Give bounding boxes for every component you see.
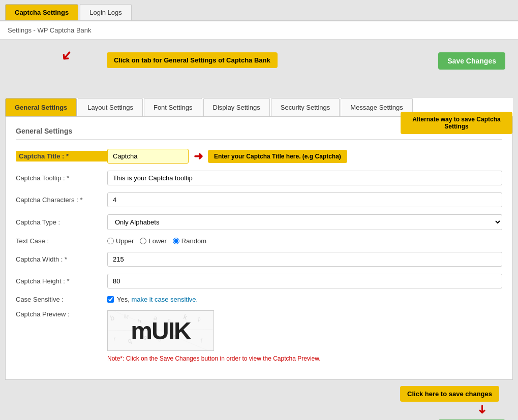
captcha-characters-row: Captcha Characters : * 4	[16, 192, 502, 207]
page-header: Settings - WP Captcha Bank	[0, 21, 518, 40]
svg-text:r: r	[113, 335, 116, 342]
captcha-height-label: Captcha Height : *	[16, 277, 107, 285]
captcha-characters-label: Captcha Characters : *	[16, 196, 107, 204]
captcha-height-input[interactable]: 80	[107, 274, 502, 288]
captcha-tooltip-row: Captcha Tooltip : * This is your Captcha…	[16, 171, 502, 185]
alt-save-tooltip: Alternate way to save Captcha Settings	[401, 112, 512, 134]
radio-lower-label: Lower	[148, 237, 166, 245]
tab-general-settings[interactable]: General Settings	[5, 98, 77, 116]
captcha-characters-input[interactable]: 4	[107, 192, 502, 207]
captcha-type-select[interactable]: Only Alphabets Only Numbers Alphanumeric	[107, 214, 502, 230]
tab-display-settings[interactable]: Display Settings	[203, 98, 270, 116]
captcha-title-label: Captcha Title : *	[16, 151, 107, 161]
case-sensitive-checkbox-row: Yes, make it case sensitive.	[107, 296, 198, 303]
case-sensitive-checkbox[interactable]	[107, 296, 114, 303]
save-changes-button-top[interactable]: Save Changes	[438, 52, 505, 70]
captcha-preview-label: Captcha Preview :	[16, 310, 107, 318]
case-sensitive-row: Case Sensitive : Yes, make it case sensi…	[16, 296, 502, 303]
captcha-width-input[interactable]: 215	[107, 252, 502, 267]
case-sensitive-link[interactable]: make it case sensitive.	[131, 296, 198, 303]
radio-random-input[interactable]	[173, 238, 179, 244]
radio-upper[interactable]: Upper	[107, 237, 134, 245]
radio-random[interactable]: Random	[173, 237, 206, 245]
radio-lower-input[interactable]	[140, 238, 146, 244]
text-case-radio-group: Upper Lower Random	[107, 237, 206, 245]
radio-random-label: Random	[181, 237, 206, 245]
svg-text:f: f	[200, 337, 203, 344]
case-sensitive-label: Case Sensitive :	[16, 296, 107, 303]
captcha-width-row: Captcha Width : * 215	[16, 252, 502, 267]
text-case-label: Text Case :	[16, 237, 107, 245]
captcha-preview-text: mUIK	[131, 317, 190, 345]
bottom-save-area: Click here to save changes ➜ Save Change…	[5, 380, 513, 420]
captcha-tooltip-label: Captcha Tooltip : *	[16, 174, 107, 182]
top-tooltip-balloon: Click on tab for General Settings of Cap…	[107, 52, 278, 68]
text-case-row: Text Case : Upper Lower Random	[16, 237, 502, 245]
top-tab-bar: Captcha Settings Login Logs	[0, 0, 518, 21]
captcha-height-row: Captcha Height : * 80	[16, 274, 502, 288]
case-sensitive-text: Yes, make it case sensitive.	[117, 296, 198, 303]
click-here-balloon: Click here to save changes	[400, 386, 499, 402]
tab-font-settings[interactable]: Font Settings	[144, 98, 202, 116]
radio-upper-label: Upper	[116, 237, 134, 245]
captcha-title-row: Captcha Title : * Captcha ➜ Enter your C…	[16, 149, 502, 164]
captcha-width-label: Captcha Width : *	[16, 255, 107, 263]
svg-text:p: p	[197, 315, 201, 321]
captcha-preview-row: Captcha Preview : b M h a g k p r	[16, 310, 502, 362]
captcha-title-input[interactable]: Captcha	[107, 149, 189, 164]
tab-layout-settings[interactable]: Layout Settings	[78, 98, 143, 116]
content-area: ➜ Click on tab for General Settings of C…	[0, 40, 518, 420]
captcha-type-row: Captcha Type : Only Alphabets Only Numbe…	[16, 214, 502, 230]
tab-login-logs[interactable]: Login Logs	[80, 4, 132, 20]
captcha-type-label: Captcha Type :	[16, 218, 107, 226]
svg-text:M: M	[124, 313, 130, 320]
captcha-note: Note*: Click on the Save Changes button …	[107, 355, 321, 362]
captcha-preview-box: b M h a g k p r q 9 s 6 e	[107, 310, 214, 351]
tab-security-settings[interactable]: Security Settings	[271, 98, 340, 116]
radio-upper-input[interactable]	[107, 238, 114, 244]
radio-lower[interactable]: Lower	[140, 237, 166, 245]
general-settings-panel: Alternate way to save Captcha Settings G…	[5, 117, 513, 380]
captcha-preview-container: b M h a g k p r q 9 s 6 e	[107, 310, 321, 362]
svg-text:b: b	[109, 314, 115, 322]
captcha-title-tooltip: Enter your Captcha Title here. (e.g Capt…	[208, 150, 347, 163]
captcha-tooltip-input[interactable]: This is your Captcha tooltip	[107, 171, 502, 185]
tab-captcha-settings[interactable]: Captcha Settings	[5, 4, 78, 20]
